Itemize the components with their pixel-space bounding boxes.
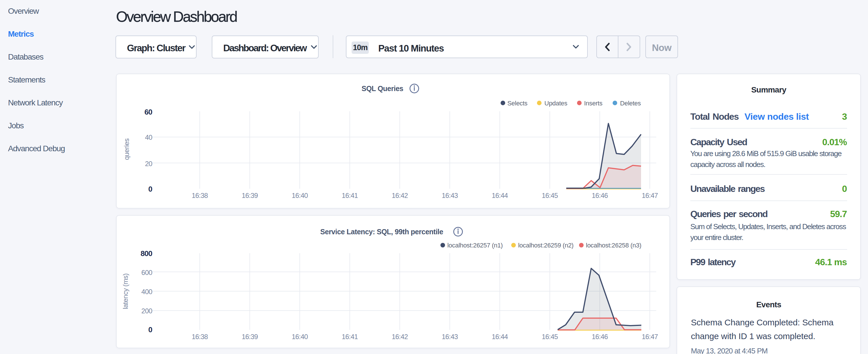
svg-text:16:38: 16:38 <box>192 192 208 199</box>
svg-text:400: 400 <box>141 288 152 296</box>
svg-text:16:41: 16:41 <box>342 192 358 199</box>
svg-text:0: 0 <box>149 325 152 334</box>
svg-text:latency (ms): latency (ms) <box>122 273 129 309</box>
svg-text:0: 0 <box>149 185 152 193</box>
svg-text:16:44: 16:44 <box>492 333 508 341</box>
svg-text:40: 40 <box>145 133 152 141</box>
svg-text:16:43: 16:43 <box>442 333 458 341</box>
svg-text:16:45: 16:45 <box>541 333 558 341</box>
svg-text:16:46: 16:46 <box>592 333 608 341</box>
svg-text:16:46: 16:46 <box>592 192 608 199</box>
svg-text:16:40: 16:40 <box>292 192 308 199</box>
svg-text:60: 60 <box>145 108 152 116</box>
svg-text:16:42: 16:42 <box>392 333 408 341</box>
svg-text:localhost:26258 (n3): localhost:26258 (n3) <box>586 242 641 249</box>
svg-text:16:43: 16:43 <box>442 192 458 199</box>
svg-text:Service Latency: SQL, 99th per: Service Latency: SQL, 99th percentile <box>320 228 443 236</box>
svg-text:16:40: 16:40 <box>292 333 308 341</box>
svg-text:localhost:26259 (n2): localhost:26259 (n2) <box>518 242 574 249</box>
svg-text:16:47: 16:47 <box>642 333 658 341</box>
svg-text:SQL Queries: SQL Queries <box>362 85 403 93</box>
svg-text:16:41: 16:41 <box>342 333 358 341</box>
svg-text:16:39: 16:39 <box>242 333 258 341</box>
svg-text:Updates: Updates <box>545 100 567 107</box>
svg-text:queries: queries <box>123 138 130 160</box>
svg-text:600: 600 <box>141 269 152 277</box>
svg-text:16:42: 16:42 <box>392 192 408 199</box>
svg-text:200: 200 <box>141 307 152 315</box>
svg-text:16:39: 16:39 <box>242 192 258 199</box>
svg-text:Deletes: Deletes <box>620 100 641 107</box>
svg-text:16:38: 16:38 <box>192 333 208 341</box>
svg-text:16:47: 16:47 <box>642 192 658 199</box>
svg-text:localhost:26257 (n1): localhost:26257 (n1) <box>447 242 503 249</box>
svg-text:16:44: 16:44 <box>492 192 508 199</box>
svg-text:Selects: Selects <box>507 100 528 107</box>
svg-text:800: 800 <box>141 249 152 258</box>
svg-text:Inserts: Inserts <box>584 100 602 107</box>
svg-text:20: 20 <box>145 160 152 167</box>
svg-text:16:45: 16:45 <box>541 192 558 199</box>
